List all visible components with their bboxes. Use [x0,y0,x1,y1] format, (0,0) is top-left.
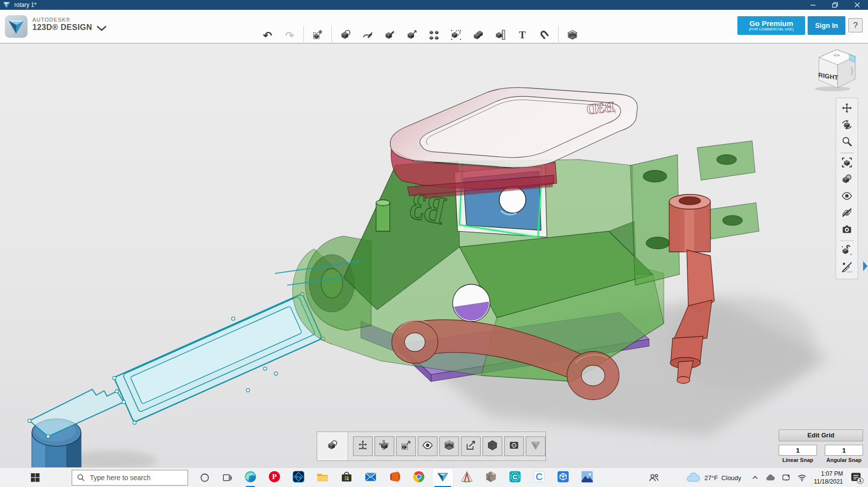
visibility-button[interactable] [418,436,437,456]
image-button[interactable] [504,436,524,456]
photoshop-express-icon: Ps [292,470,305,485]
visibility-button[interactable] [838,189,856,205]
panel-expand-arrow[interactable] [862,260,868,272]
poly-icon [487,440,498,453]
points-button[interactable] [375,436,394,456]
help-button[interactable]: ? [848,18,863,32]
go-premium-label: Go Premium [749,20,793,27]
orbit-button[interactable] [838,117,856,134]
taskbar-app-file-explorer[interactable] [312,468,333,487]
start-button[interactable] [22,468,49,487]
points-icon [379,440,390,453]
app-logo[interactable] [5,15,27,38]
embossed-lid-text: B3D [586,98,615,117]
notification-button[interactable]: 1 [850,471,864,485]
linear-snap-input[interactable] [779,445,817,456]
export-button[interactable] [461,436,481,456]
taskbar-app-photos[interactable] [576,468,598,487]
taskbar-app-pinterest[interactable]: P [264,468,285,487]
close-button[interactable] [846,0,868,10]
logo123d-button[interactable] [526,436,545,456]
poly-button[interactable] [483,436,502,456]
taskbar-app-3d-viewer[interactable] [552,468,574,487]
toolbar-separator [331,26,332,46]
construct-icon [384,29,395,42]
taskbar-app-edge[interactable] [240,468,261,487]
weather-temp: 27°F [705,474,718,482]
tray-chevron-icon[interactable] [752,474,759,481]
file-explorer-icon [316,470,329,485]
primitives-icon [340,29,351,42]
snap-cube-button[interactable] [838,243,856,260]
pan-button[interactable] [838,101,856,117]
taskbar-app-chrome[interactable] [408,468,430,487]
taskbar-app-polyhedron-app[interactable] [480,468,502,487]
mail-icon [364,470,377,485]
taskbar-app-store[interactable] [336,468,357,487]
cura-icon: C [509,470,521,485]
taskbar-app-cura[interactable]: C [504,468,526,487]
taskbar-app-office[interactable] [384,468,406,487]
fit-icon [841,157,852,170]
polyhedron-app-icon [485,470,497,485]
clock[interactable]: 1:07 PM 11/18/2021 [814,470,843,486]
window-title: rotary 1* [14,1,36,8]
hide-sketch-button[interactable] [838,260,856,276]
visibility-icon [422,440,433,453]
selection-mode-indicator[interactable] [317,432,348,460]
wifi-icon[interactable] [797,474,807,482]
minimize-button[interactable] [802,0,824,10]
restore-button[interactable] [824,0,846,10]
brand-autodesk: AUTODESK® [32,17,92,23]
search-icon [77,474,85,482]
search-input[interactable] [90,474,188,482]
screenshot-button[interactable] [838,222,856,239]
grid-off-button[interactable] [838,205,856,222]
app-header: AUTODESK® 123D® DESIGN ↶↷T Go Premium (F… [0,10,868,43]
hide-sketch-icon [841,262,852,274]
cortana-button[interactable] [195,468,214,487]
svg-text:C: C [513,473,517,481]
menu-chevron-icon[interactable] [96,25,107,33]
people-button[interactable] [644,468,664,487]
taskbar-search[interactable] [72,470,188,486]
zoom-button[interactable] [838,134,856,151]
onedrive-icon[interactable] [765,474,775,481]
edit-grid-button[interactable]: Edit Grid [779,430,863,441]
taskbar-app-cura-blue[interactable]: C [528,468,550,487]
modify-icon [407,29,417,42]
task-view-button[interactable] [218,468,237,487]
image-icon [509,440,519,453]
viewport[interactable]: B3 [0,43,868,467]
shade-button[interactable] [838,172,856,189]
redo-icon: ↷ [285,29,294,42]
angular-snap-input[interactable] [825,445,863,456]
go-premium-button[interactable]: Go Premium (FOR COMMERCIAL USE) [737,16,805,35]
material-button[interactable] [439,436,459,456]
taskbar-app-mail[interactable] [360,468,381,487]
system-tray: 27°F Cloudy 1:07 PM 11/18/2021 1 [686,468,868,487]
model-canvas[interactable]: B3 [0,44,868,467]
linear-snap-label: Linear Snap [779,457,817,463]
view-cube[interactable]: RIGHT [810,45,865,92]
123d-design-icon [436,470,450,486]
pan-icon [841,103,852,115]
display-icon[interactable] [782,474,790,482]
screenshot-icon [841,224,852,237]
taskbar-app-123d-design[interactable] [432,468,454,487]
taskbar-app-photoshop-express[interactable]: Ps [288,468,309,487]
sketch-icon [362,29,373,42]
taskbar-app-meshmixer[interactable] [456,468,478,487]
toolbar-separator [840,241,854,241]
taskbar: PPsCC 27°F Cloudy 1:07 PM [0,467,868,487]
logo123d-icon [530,440,541,453]
go-premium-sublabel: (FOR COMMERCIAL USE) [749,27,794,31]
office-icon [388,470,401,485]
edge-icon [244,470,257,485]
sign-in-button[interactable]: Sign In [808,16,845,35]
scale-button[interactable] [396,436,416,456]
sketch-outlines[interactable] [28,293,325,438]
weather-widget[interactable]: 27°F Cloudy [686,472,741,483]
move-button[interactable] [353,436,373,456]
fit-button[interactable] [838,155,856,172]
